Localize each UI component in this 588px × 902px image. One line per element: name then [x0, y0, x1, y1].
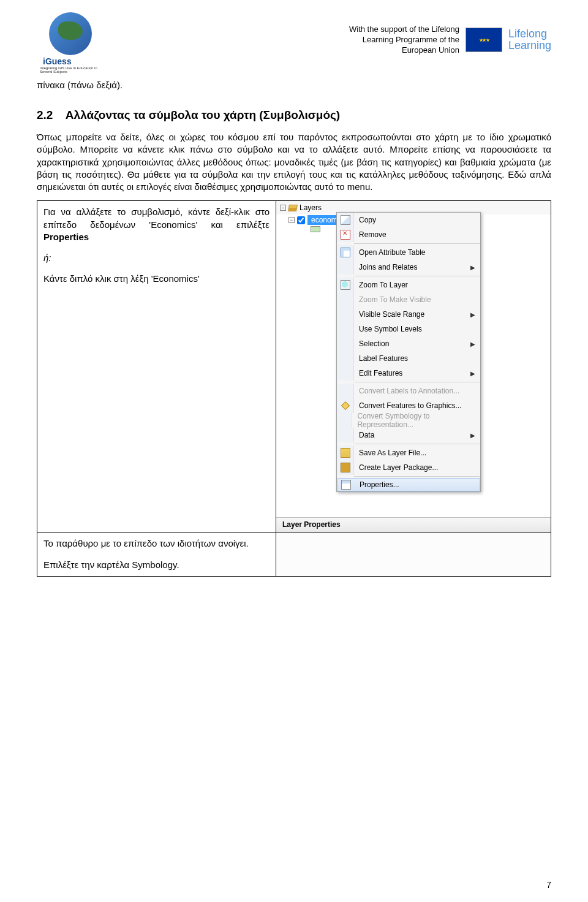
intro-paragraph: Όπως μπορείτε να δείτε, όλες οι χώρες το… [37, 131, 551, 193]
layer-visibility-checkbox[interactable] [297, 216, 305, 224]
menu-item-joins-and-relates[interactable]: Joins and Relates▶ [337, 260, 480, 275]
row1-or: ή: [43, 252, 51, 263]
menu-item-convert-labels-to-annotation: Convert Labels to Annotation... [337, 384, 480, 398]
table-row: Το παράθυρο με το επίπεδο των ιδιοτήτων … [37, 532, 551, 576]
menu-icon-col [337, 213, 354, 227]
submenu-arrow-icon: ▶ [470, 432, 475, 439]
section-title: Αλλάζοντας τα σύμβολα του χάρτη (Συμβολι… [66, 108, 340, 121]
menu-icon-col [337, 322, 354, 336]
menu-icon-col [337, 351, 354, 366]
submenu-arrow-icon: ▶ [470, 264, 475, 271]
support-line3: European Union [349, 45, 459, 56]
table-icon [341, 248, 350, 257]
menu-item-label: Edit Features [359, 369, 402, 377]
menu-item-label: Create Layer Package... [359, 463, 438, 472]
logo-brand-text: iGuess [43, 56, 72, 66]
symbol-patch-icon[interactable] [311, 226, 320, 232]
table-row: Για να αλλάξετε το συμβολισμό, κάντε δεξ… [37, 201, 551, 532]
instruction-cell-1: Για να αλλάξετε το συμβολισμό, κάντε δεξ… [37, 201, 276, 532]
menu-item-save-as-layer-file[interactable]: Save As Layer File... [337, 445, 480, 460]
layers-icon [288, 205, 298, 211]
menu-item-use-symbol-levels[interactable]: Use Symbol Levels [337, 322, 480, 336]
lifelong-line2: Learning [508, 40, 551, 52]
menu-item-label: Remove [359, 230, 386, 239]
collapse-icon[interactable]: − [288, 217, 295, 223]
menu-item-label: Convert Symbology to Representation... [357, 412, 475, 429]
menu-icon-col [337, 227, 354, 242]
row2-line1: Το παράθυρο με το επίπεδο των ιδιοτήτων … [43, 537, 270, 550]
menu-item-label-features[interactable]: Label Features [337, 351, 480, 366]
menu-item-create-layer-package[interactable]: Create Layer Package... [337, 460, 480, 475]
screenshot-cell-2 [276, 532, 551, 576]
status-bar: Layer Properties [276, 517, 551, 532]
header-right: With the support of the Lifelong Learnin… [349, 25, 551, 56]
menu-icon-col [337, 460, 354, 475]
arcgis-context-menu-screenshot: − Layers − econom CopyRemoveOpen Attribu… [276, 201, 551, 532]
menu-icon-col [337, 384, 354, 398]
menu-item-copy[interactable]: Copy [337, 213, 480, 227]
menu-item-edit-features[interactable]: Edit Features▶ [337, 366, 480, 381]
menu-item-zoom-to-make-visible: Zoom To Make Visible [337, 292, 480, 307]
menu-item-properties[interactable]: Properties... [337, 478, 480, 491]
menu-item-selection[interactable]: Selection▶ [337, 336, 480, 351]
support-text: With the support of the Lifelong Learnin… [349, 25, 459, 56]
menu-item-convert-symbology-to-representation: Convert Symbology to Representation... [337, 413, 480, 428]
section-heading: 2.2 Αλλάζοντας τα σύμβολα του χάρτη (Συμ… [37, 108, 551, 122]
row1-pre: Για να αλλάξετε το συμβολισμό, κάντε δεξ… [43, 207, 270, 229]
menu-item-label: Visible Scale Range [359, 310, 424, 319]
menu-item-open-attribute-table[interactable]: Open Attribute Table [337, 245, 480, 260]
menu-item-label: Selection [359, 339, 389, 348]
props-icon [341, 480, 351, 490]
logo-tagline: Integrating GIS Use in Education in Seve… [40, 66, 110, 74]
save-icon [341, 448, 350, 458]
menu-item-label: Use Symbol Levels [359, 325, 422, 333]
row2-line2: Επιλέξτε την καρτέλα Symbology. [43, 559, 270, 571]
menu-item-label: Zoom To Layer [359, 281, 408, 289]
menu-item-label: Copy [359, 216, 376, 224]
menu-separator [354, 444, 480, 444]
menu-item-label: Open Attribute Table [359, 248, 426, 257]
instruction-table: Για να αλλάξετε το συμβολισμό, κάντε δεξ… [37, 200, 551, 577]
support-line1: With the support of the Lifelong [349, 25, 459, 35]
zoom-icon [341, 280, 350, 290]
menu-item-convert-features-to-graphics[interactable]: Convert Features to Graphics... [337, 398, 480, 413]
menu-item-label: Zoom To Make Visible [359, 295, 431, 304]
collapse-icon[interactable]: − [280, 205, 286, 211]
submenu-arrow-icon: ▶ [470, 370, 475, 377]
menu-separator [354, 476, 480, 477]
globe-icon [49, 12, 92, 55]
menu-item-remove[interactable]: Remove [337, 227, 480, 242]
menu-item-label: Convert Features to Graphics... [359, 401, 461, 410]
section-number: 2.2 [37, 108, 53, 121]
row1-bold: Properties [43, 232, 89, 242]
lifelong-line1: Lifelong [508, 28, 551, 40]
support-line2: Learning Programme of the [349, 35, 459, 45]
menu-icon-col [337, 260, 354, 275]
menu-separator [354, 382, 480, 382]
screenshot-cell-1: − Layers − econom CopyRemoveOpen Attribu… [276, 201, 551, 532]
menu-icon-col [337, 479, 355, 491]
menu-item-label: Save As Layer File... [359, 449, 426, 457]
diamond-icon [341, 401, 349, 410]
menu-separator [354, 243, 480, 244]
eu-flag-icon [466, 28, 502, 52]
logo-brand: iGuess [43, 56, 110, 66]
menu-icon-col [337, 336, 354, 351]
menu-icon-col [337, 366, 354, 381]
menu-icon-col [337, 292, 354, 307]
menu-item-zoom-to-layer[interactable]: Zoom To Layer [337, 278, 480, 292]
menu-item-data[interactable]: Data▶ [337, 428, 480, 442]
menu-icon-col [337, 428, 354, 442]
top-caption: πίνακα (πάνω δεξιά). [37, 80, 551, 90]
menu-separator [354, 276, 480, 276]
menu-icon-col [337, 245, 354, 260]
menu-item-label: Data [359, 431, 374, 439]
menu-icon-col [337, 398, 354, 413]
row1-alt: Κάντε διπλό κλικ στη λέξη 'Economics' [43, 273, 200, 284]
submenu-arrow-icon: ▶ [470, 341, 475, 347]
toc-layers-label[interactable]: Layers [300, 203, 322, 212]
menu-item-label: Label Features [359, 354, 408, 363]
menu-item-visible-scale-range[interactable]: Visible Scale Range▶ [337, 307, 480, 322]
layer-context-menu: CopyRemoveOpen Attribute TableJoins and … [336, 212, 481, 492]
iguess-logo: iGuess Integrating GIS Use in Education … [37, 12, 110, 74]
